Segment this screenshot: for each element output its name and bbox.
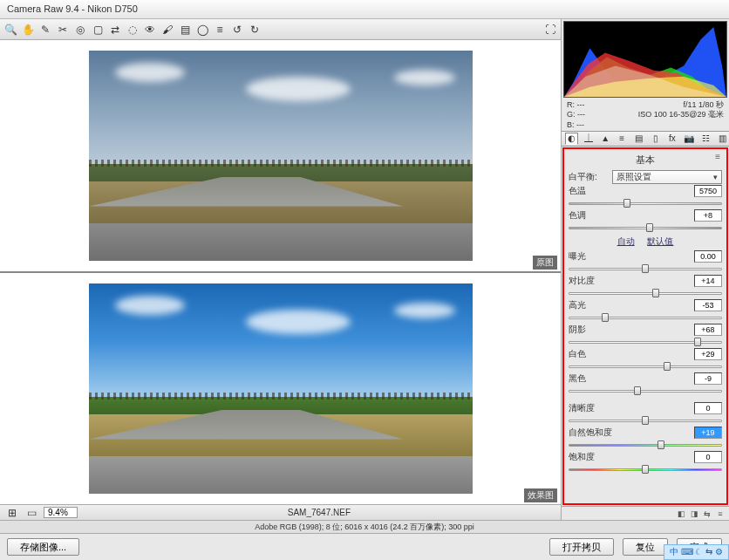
exposure-label: 曝光 [569, 250, 609, 263]
saturation-slider[interactable] [569, 464, 722, 475]
reset-button[interactable]: 复位 [623, 538, 668, 556]
blacks-label: 黑色 [569, 372, 609, 385]
preferences-icon[interactable]: ≡ [213, 23, 227, 37]
open-copy-button[interactable]: 打开拷贝 [549, 538, 614, 556]
grid-view-icon[interactable]: ⊞ [5, 506, 19, 520]
tab-basic[interactable]: ◐ [565, 133, 578, 145]
image-info: R: --- G: --- B: --- f/11 1/80 秒 ISO 100… [562, 99, 729, 131]
wb-dropdown[interactable]: 原照设置 [612, 170, 722, 184]
titlebar: Camera Raw 9.4 - Nikon D750 [0, 0, 729, 19]
histogram[interactable] [563, 21, 727, 98]
whites-value[interactable] [694, 348, 722, 360]
tab-detail[interactable]: ▲ [598, 133, 611, 145]
shadows-label: 阴影 [569, 324, 609, 336]
window-title: Camera Raw 9.4 - Nikon D750 [7, 3, 138, 14]
right-view-controls: ◧ ◨ ⇆ ≡ [562, 506, 729, 520]
redeye-tool-icon[interactable]: 👁 [143, 23, 157, 37]
target-adjust-icon[interactable]: ◎ [73, 23, 87, 37]
left-statusbar: ⊞ ▭ 9.4% SAM_7647.NEF [0, 504, 561, 520]
temp-slider[interactable] [569, 198, 722, 208]
tab-lens[interactable]: ▯ [649, 133, 662, 145]
shadow-clip-icon[interactable]: ◧ [676, 509, 686, 519]
adjustment-brush-icon[interactable]: 🖌 [160, 23, 174, 37]
tint-value[interactable] [694, 209, 722, 222]
info-g: G: --- [567, 110, 585, 120]
default-link[interactable]: 默认值 [647, 236, 673, 246]
contrast-label: 对比度 [569, 275, 609, 287]
blacks-slider[interactable] [569, 386, 722, 396]
whites-slider[interactable] [569, 361, 722, 372]
clarity-label: 清晰度 [569, 402, 609, 414]
rotate-ccw-icon[interactable]: ↺ [230, 23, 244, 37]
info-r: R: --- [567, 100, 585, 110]
highlights-value[interactable] [694, 299, 722, 311]
wb-eyedropper-icon[interactable]: ✎ [38, 23, 52, 37]
zoom-tool-icon[interactable]: 🔍 [3, 23, 17, 37]
rotate-cw-icon[interactable]: ↻ [248, 23, 262, 37]
whites-label: 白色 [569, 348, 609, 360]
workflow-link[interactable]: Adobe RGB (1998); 8 位; 6016 x 4016 (24.2… [0, 520, 729, 534]
crop-tool-icon[interactable]: ▢ [91, 23, 105, 37]
vibrance-value[interactable] [694, 427, 722, 439]
auto-link[interactable]: 自动 [617, 236, 635, 246]
graduated-filter-icon[interactable]: ▤ [178, 23, 192, 37]
contrast-value[interactable] [694, 275, 722, 287]
panel-title: 基本 [569, 152, 722, 170]
result-label: 效果图 [524, 488, 557, 502]
highlights-label: 高光 [569, 299, 609, 311]
zoom-dropdown[interactable]: 9.4% [44, 507, 78, 518]
tab-curve[interactable]: ⏊ [582, 133, 595, 145]
single-view-icon[interactable]: ▭ [24, 506, 38, 520]
preview-area: 原图 效果图 [0, 40, 561, 504]
view-menu-icon[interactable]: ≡ [715, 509, 726, 519]
exposure-value[interactable] [694, 250, 722, 263]
contrast-slider[interactable] [569, 288, 722, 298]
info-exposure: f/11 1/80 秒 [638, 100, 724, 110]
toolbar: 🔍 ✋ ✎ ✂ ◎ ▢ ⇄ ◌ 👁 🖌 ▤ ◯ ≡ ↺ ↻ ⛶ [0, 19, 561, 40]
color-sampler-icon[interactable]: ✂ [56, 23, 70, 37]
preview-result[interactable]: 效果图 [0, 273, 561, 504]
highlights-slider[interactable] [569, 312, 722, 323]
ime-status-strip[interactable]: 中 ⌨ ☾ ⇆ ⚙ [664, 544, 729, 560]
tab-snapshots[interactable]: ▥ [716, 133, 729, 145]
filename-label: SAM_7647.NEF [83, 508, 555, 517]
preview-original[interactable]: 原图 [0, 40, 561, 273]
vibrance-slider[interactable] [569, 440, 722, 450]
panel-tabs: ◐ ⏊ ▲ ≡ ▤ ▯ fx 📷 ☷ ▥ [562, 131, 729, 147]
original-label: 原图 [533, 256, 557, 270]
radial-filter-icon[interactable]: ◯ [195, 23, 209, 37]
clarity-slider[interactable] [569, 415, 722, 426]
info-iso: ISO 100 16-35@29 毫米 [638, 110, 724, 120]
tab-presets[interactable]: ☷ [699, 133, 712, 145]
temp-label: 色温 [569, 185, 609, 197]
tint-slider[interactable] [569, 222, 722, 233]
before-after-icon[interactable]: ⇆ [702, 509, 712, 519]
hand-tool-icon[interactable]: ✋ [21, 23, 35, 37]
tab-camera[interactable]: 📷 [682, 133, 695, 145]
info-b: B: --- [567, 120, 585, 130]
clarity-value[interactable] [694, 402, 722, 414]
saturation-value[interactable] [694, 451, 722, 463]
button-bar: 存储图像... 打开拷贝 复位 完成 [0, 534, 729, 560]
exposure-slider[interactable] [569, 263, 722, 274]
saturation-label: 饱和度 [569, 451, 609, 463]
shadows-value[interactable] [694, 324, 722, 336]
straighten-tool-icon[interactable]: ⇄ [108, 23, 122, 37]
save-image-button[interactable]: 存储图像... [7, 538, 79, 556]
tab-hsl[interactable]: ≡ [616, 133, 629, 145]
blacks-value[interactable] [694, 372, 722, 385]
tab-split[interactable]: ▤ [632, 133, 645, 145]
basic-panel: 基本 白平衡: 原照设置 色温 色调 自动 [562, 147, 728, 505]
vibrance-label: 自然饱和度 [569, 427, 621, 439]
fullscreen-toggle-icon[interactable]: ⛶ [543, 23, 557, 37]
wb-label: 白平衡: [569, 171, 609, 183]
spot-removal-icon[interactable]: ◌ [126, 23, 140, 37]
highlight-clip-icon[interactable]: ◨ [689, 509, 699, 519]
shadows-slider[interactable] [569, 337, 722, 347]
tint-label: 色调 [569, 209, 609, 222]
temp-value[interactable] [694, 185, 722, 197]
tab-fx[interactable]: fx [665, 133, 678, 145]
